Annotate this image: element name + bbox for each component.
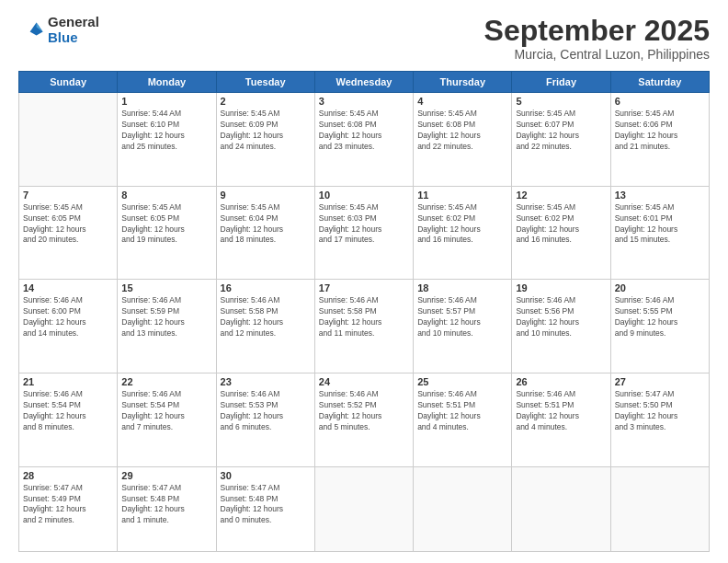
day-info: Sunrise: 5:44 AM Sunset: 6:10 PM Dayligh… (121, 109, 211, 153)
logo-line1: General (48, 15, 99, 30)
day-info: Sunrise: 5:46 AM Sunset: 5:55 PM Dayligh… (615, 295, 705, 339)
day-info: Sunrise: 5:45 AM Sunset: 6:05 PM Dayligh… (23, 202, 113, 247)
day-number: 12 (516, 190, 606, 201)
day-number: 22 (121, 376, 211, 387)
day-number: 17 (319, 282, 409, 293)
calendar-table: SundayMondayTuesdayWednesdayThursdayFrid… (18, 71, 710, 552)
calendar-day-cell: 13Sunrise: 5:45 AM Sunset: 6:01 PM Dayli… (610, 186, 709, 280)
calendar-header-row: SundayMondayTuesdayWednesdayThursdayFrid… (19, 72, 710, 93)
day-info: Sunrise: 5:45 AM Sunset: 6:04 PM Dayligh… (221, 202, 311, 247)
day-info: Sunrise: 5:47 AM Sunset: 5:49 PM Dayligh… (23, 483, 113, 527)
day-info: Sunrise: 5:46 AM Sunset: 5:53 PM Dayligh… (221, 389, 311, 433)
calendar-day-cell: 20Sunrise: 5:46 AM Sunset: 5:55 PM Dayli… (610, 280, 709, 373)
calendar-week-row: 21Sunrise: 5:46 AM Sunset: 5:54 PM Dayli… (19, 373, 710, 467)
calendar-day-cell: 29Sunrise: 5:47 AM Sunset: 5:48 PM Dayli… (118, 466, 216, 551)
day-info: Sunrise: 5:46 AM Sunset: 5:51 PM Dayligh… (516, 389, 606, 433)
calendar-day-cell: 6Sunrise: 5:45 AM Sunset: 6:06 PM Daylig… (610, 93, 709, 187)
day-number: 11 (417, 190, 507, 201)
calendar-day-cell: 22Sunrise: 5:46 AM Sunset: 5:54 PM Dayli… (118, 373, 216, 467)
logo: General Blue (18, 15, 99, 45)
day-number: 5 (516, 96, 606, 107)
day-number: 14 (23, 282, 113, 293)
calendar-day-cell: 23Sunrise: 5:46 AM Sunset: 5:53 PM Dayli… (216, 373, 314, 467)
calendar-day-cell: 25Sunrise: 5:46 AM Sunset: 5:51 PM Dayli… (414, 373, 512, 467)
day-number: 21 (23, 376, 113, 387)
day-number: 26 (516, 376, 606, 387)
day-number: 15 (121, 282, 211, 293)
calendar-day-cell: 11Sunrise: 5:45 AM Sunset: 6:02 PM Dayli… (414, 186, 512, 280)
calendar-day-cell: 5Sunrise: 5:45 AM Sunset: 6:07 PM Daylig… (512, 93, 610, 187)
day-number: 27 (615, 376, 705, 387)
day-info: Sunrise: 5:45 AM Sunset: 6:02 PM Dayligh… (417, 202, 507, 247)
day-number: 6 (615, 96, 705, 107)
day-of-week-header: Saturday (610, 72, 709, 93)
day-number: 18 (417, 282, 507, 293)
day-info: Sunrise: 5:46 AM Sunset: 5:58 PM Dayligh… (221, 295, 311, 339)
calendar-day-cell: 14Sunrise: 5:46 AM Sunset: 6:00 PM Dayli… (19, 280, 118, 373)
day-info: Sunrise: 5:46 AM Sunset: 5:59 PM Dayligh… (121, 295, 211, 339)
day-info: Sunrise: 5:45 AM Sunset: 6:02 PM Dayligh… (516, 202, 606, 247)
calendar-day-cell (19, 93, 118, 187)
subtitle: Murcia, Central Luzon, Philippines (484, 47, 710, 62)
calendar-week-row: 7Sunrise: 5:45 AM Sunset: 6:05 PM Daylig… (19, 186, 710, 280)
calendar-day-cell: 2Sunrise: 5:45 AM Sunset: 6:09 PM Daylig… (216, 93, 314, 187)
month-title: September 2025 (484, 15, 710, 47)
day-of-week-header: Friday (512, 72, 610, 93)
day-number: 19 (516, 282, 606, 293)
day-info: Sunrise: 5:47 AM Sunset: 5:48 PM Dayligh… (221, 483, 311, 527)
day-of-week-header: Monday (118, 72, 216, 93)
day-info: Sunrise: 5:46 AM Sunset: 5:51 PM Dayligh… (417, 389, 507, 433)
calendar-day-cell: 1Sunrise: 5:44 AM Sunset: 6:10 PM Daylig… (118, 93, 216, 187)
day-number: 28 (23, 470, 113, 481)
day-number: 3 (319, 96, 409, 107)
page: General Blue September 2025 Murcia, Cent… (0, 0, 728, 563)
day-number: 23 (221, 376, 311, 387)
day-info: Sunrise: 5:46 AM Sunset: 5:54 PM Dayligh… (121, 389, 211, 433)
calendar-day-cell: 17Sunrise: 5:46 AM Sunset: 5:58 PM Dayli… (314, 280, 413, 373)
day-info: Sunrise: 5:45 AM Sunset: 6:08 PM Dayligh… (417, 109, 507, 153)
day-number: 2 (221, 96, 311, 107)
day-info: Sunrise: 5:47 AM Sunset: 5:50 PM Dayligh… (615, 389, 705, 433)
day-number: 9 (221, 190, 311, 201)
day-info: Sunrise: 5:46 AM Sunset: 5:57 PM Dayligh… (417, 295, 507, 339)
calendar-day-cell: 19Sunrise: 5:46 AM Sunset: 5:56 PM Dayli… (512, 280, 610, 373)
calendar-day-cell: 18Sunrise: 5:46 AM Sunset: 5:57 PM Dayli… (414, 280, 512, 373)
day-info: Sunrise: 5:45 AM Sunset: 6:07 PM Dayligh… (516, 109, 606, 153)
calendar-day-cell: 7Sunrise: 5:45 AM Sunset: 6:05 PM Daylig… (19, 186, 118, 280)
day-number: 4 (417, 96, 507, 107)
calendar-day-cell (610, 466, 709, 551)
calendar-week-row: 14Sunrise: 5:46 AM Sunset: 6:00 PM Dayli… (19, 280, 710, 373)
day-info: Sunrise: 5:46 AM Sunset: 5:54 PM Dayligh… (23, 389, 113, 433)
day-info: Sunrise: 5:45 AM Sunset: 6:03 PM Dayligh… (319, 202, 409, 247)
day-info: Sunrise: 5:46 AM Sunset: 5:52 PM Dayligh… (319, 389, 409, 433)
day-number: 16 (221, 282, 311, 293)
day-info: Sunrise: 5:46 AM Sunset: 5:58 PM Dayligh… (319, 295, 409, 339)
calendar-day-cell: 28Sunrise: 5:47 AM Sunset: 5:49 PM Dayli… (19, 466, 118, 551)
calendar-day-cell: 8Sunrise: 5:45 AM Sunset: 6:05 PM Daylig… (118, 186, 216, 280)
logo-icon (18, 17, 44, 43)
day-number: 25 (417, 376, 507, 387)
logo-text: General Blue (48, 15, 99, 45)
day-of-week-header: Tuesday (216, 72, 314, 93)
calendar-day-cell: 27Sunrise: 5:47 AM Sunset: 5:50 PM Dayli… (610, 373, 709, 467)
day-number: 20 (615, 282, 705, 293)
calendar-day-cell (512, 466, 610, 551)
calendar-day-cell: 12Sunrise: 5:45 AM Sunset: 6:02 PM Dayli… (512, 186, 610, 280)
calendar-day-cell: 30Sunrise: 5:47 AM Sunset: 5:48 PM Dayli… (216, 466, 314, 551)
calendar-week-row: 1Sunrise: 5:44 AM Sunset: 6:10 PM Daylig… (19, 93, 710, 187)
day-of-week-header: Wednesday (314, 72, 413, 93)
day-info: Sunrise: 5:45 AM Sunset: 6:06 PM Dayligh… (615, 109, 705, 153)
day-of-week-header: Sunday (19, 72, 118, 93)
title-section: September 2025 Murcia, Central Luzon, Ph… (484, 15, 710, 62)
calendar-day-cell (414, 466, 512, 551)
calendar-day-cell (314, 466, 413, 551)
day-number: 24 (319, 376, 409, 387)
day-number: 10 (319, 190, 409, 201)
calendar-day-cell: 3Sunrise: 5:45 AM Sunset: 6:08 PM Daylig… (314, 93, 413, 187)
calendar-day-cell: 26Sunrise: 5:46 AM Sunset: 5:51 PM Dayli… (512, 373, 610, 467)
day-info: Sunrise: 5:46 AM Sunset: 6:00 PM Dayligh… (23, 295, 113, 339)
day-info: Sunrise: 5:45 AM Sunset: 6:09 PM Dayligh… (221, 109, 311, 153)
day-info: Sunrise: 5:45 AM Sunset: 6:01 PM Dayligh… (615, 202, 705, 247)
calendar-week-row: 28Sunrise: 5:47 AM Sunset: 5:49 PM Dayli… (19, 466, 710, 551)
day-info: Sunrise: 5:46 AM Sunset: 5:56 PM Dayligh… (516, 295, 606, 339)
